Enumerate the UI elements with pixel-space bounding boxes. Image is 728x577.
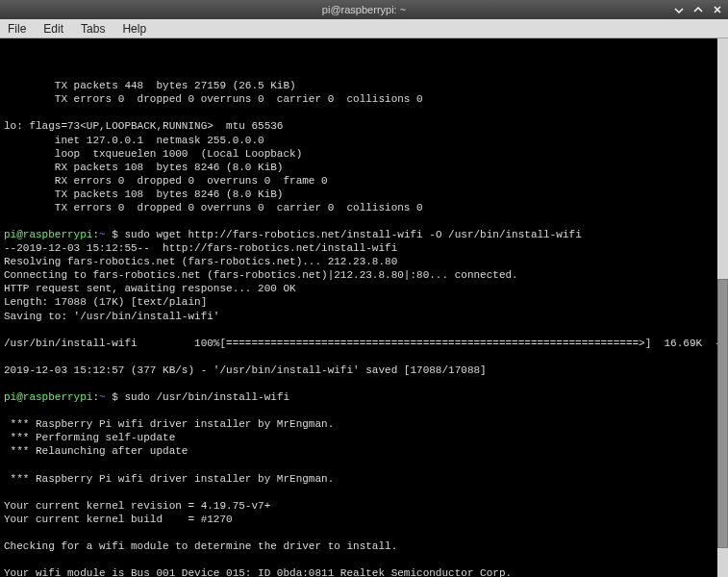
menubar: File Edit Tabs Help	[0, 19, 728, 38]
terminal-line: *** Relaunching after update	[4, 444, 724, 458]
terminal-line: HTTP request sent, awaiting response... …	[4, 282, 724, 295]
command-text: sudo wget http://fars-robotics.net/insta…	[124, 229, 581, 240]
terminal-line: RX packets 108 bytes 8246 (8.0 KiB)	[4, 161, 724, 174]
maximize-button[interactable]	[691, 3, 705, 16]
terminal-line: TX packets 108 bytes 8246 (8.0 KiB)	[4, 188, 724, 201]
terminal-line: /usr/bin/install-wifi 100%[=============…	[4, 337, 724, 350]
prompt-path: ~	[99, 391, 106, 403]
terminal-line	[4, 486, 724, 499]
terminal-line	[4, 214, 724, 228]
terminal-line	[4, 404, 724, 417]
terminal-line: Saving to: '/usr/bin/install-wifi'	[4, 310, 724, 323]
terminal-line	[4, 553, 724, 566]
terminal-line: --2019-12-03 15:12:55-- http://fars-robo…	[4, 241, 724, 255]
terminal-line: TX errors 0 dropped 0 overruns 0 carrier…	[4, 92, 724, 106]
prompt-path: ~	[99, 229, 106, 240]
terminal-line: RX errors 0 dropped 0 overruns 0 frame 0	[4, 174, 724, 188]
terminal-line: Checking for a wifi module to determine …	[4, 539, 724, 553]
window-controls	[672, 3, 724, 16]
terminal-line: Length: 17088 (17K) [text/plain]	[4, 295, 724, 309]
minimize-icon	[674, 5, 684, 14]
terminal-line	[4, 526, 724, 539]
prompt-userhost: pi@raspberrypi	[4, 391, 92, 403]
terminal-line: Connecting to fars-robotics.net (fars-ro…	[4, 268, 724, 282]
terminal-line	[4, 106, 724, 119]
terminal-content: TX packets 448 bytes 27159 (26.5 KiB) TX…	[4, 65, 724, 577]
terminal-line: 2019-12-03 15:12:57 (377 KB/s) - '/usr/b…	[4, 364, 724, 377]
terminal[interactable]: TX packets 448 bytes 27159 (26.5 KiB) TX…	[0, 38, 728, 577]
close-button[interactable]	[711, 3, 724, 16]
terminal-line	[4, 458, 724, 471]
terminal-line: *** Raspberry Pi wifi driver installer b…	[4, 472, 724, 486]
terminal-line: Your current kernel revision = 4.19.75-v…	[4, 499, 724, 513]
scrollbar-thumb[interactable]	[717, 279, 728, 548]
prompt-userhost: pi@raspberrypi	[4, 229, 92, 240]
terminal-line: TX packets 448 bytes 27159 (26.5 KiB)	[4, 79, 724, 92]
menu-help[interactable]: Help	[120, 20, 148, 38]
window-title: pi@raspberrypi: ~	[322, 4, 406, 15]
minimize-button[interactable]	[672, 3, 686, 16]
close-icon	[713, 5, 722, 14]
maximize-icon	[693, 5, 703, 14]
titlebar: pi@raspberrypi: ~	[0, 0, 728, 19]
terminal-line: *** Raspberry Pi wifi driver installer b…	[4, 417, 724, 431]
terminal-line: TX errors 0 dropped 0 overruns 0 carrier…	[4, 201, 724, 214]
terminal-line	[4, 323, 724, 337]
terminal-line: Your current kernel build = #1270	[4, 513, 724, 526]
prompt-dollar: $	[106, 391, 125, 403]
terminal-line: *** Performing self-update	[4, 431, 724, 444]
terminal-line: Your wifi module is Bus 001 Device 015: …	[4, 566, 724, 577]
terminal-line: inet 127.0.0.1 netmask 255.0.0.0	[4, 134, 724, 147]
command-text: sudo /usr/bin/install-wifi	[124, 391, 289, 403]
menu-file[interactable]: File	[6, 20, 28, 38]
menu-tabs[interactable]: Tabs	[79, 20, 107, 38]
prompt-dollar: $	[106, 229, 125, 240]
menu-edit[interactable]: Edit	[41, 20, 65, 38]
terminal-line	[4, 350, 724, 364]
scrollbar[interactable]	[717, 38, 728, 577]
terminal-line: lo: flags=73<UP,LOOPBACK,RUNNING> mtu 65…	[4, 119, 724, 133]
terminal-line: Resolving fars-robotics.net (fars-roboti…	[4, 255, 724, 268]
terminal-line	[4, 377, 724, 390]
terminal-line: loop txqueuelen 1000 (Local Loopback)	[4, 147, 724, 161]
